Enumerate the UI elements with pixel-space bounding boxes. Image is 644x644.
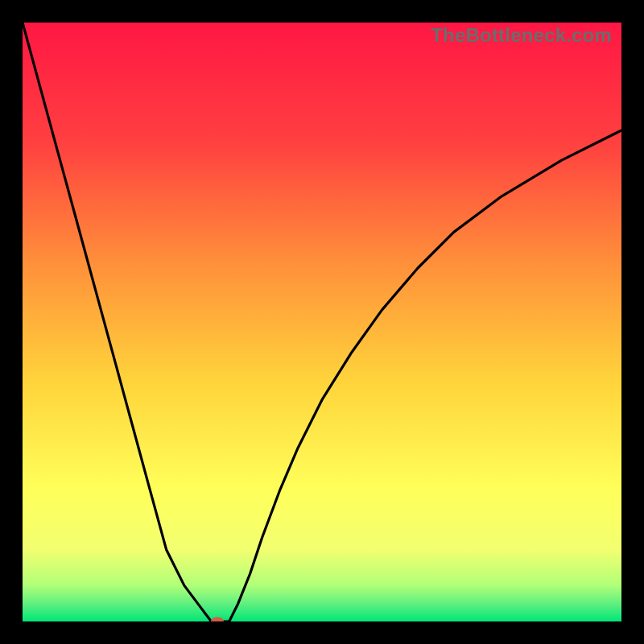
bottleneck-curve	[23, 23, 621, 621]
plot-area: TheBottleneck.com	[23, 23, 621, 621]
chart-frame: TheBottleneck.com	[0, 0, 644, 644]
watermark-text: TheBottleneck.com	[431, 24, 612, 47]
optimum-marker	[211, 617, 224, 622]
